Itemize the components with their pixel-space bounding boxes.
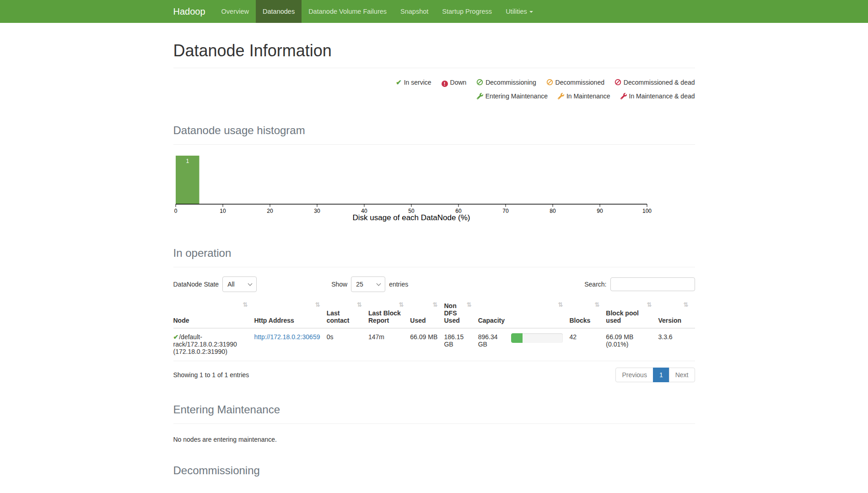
table-footer: Showing 1 to 1 of 1 entries Previous 1 N… [173,368,695,382]
nav-overview[interactable]: Overview [215,0,256,23]
sort-icon[interactable]: ⇅ [357,301,362,308]
table-row: ✔/default-rack/172.18.0.2:31990 (172.18.… [173,328,695,361]
top-navbar: Hadoop Overview Datanodes Datanode Volum… [0,0,868,23]
col-header-block-pool-used[interactable]: ⇅Block pool used [606,299,658,328]
wrench-icon [558,93,564,99]
datanodes-table: ⇅Node ⇅Http Address ⇅Last contact ⇅Last … [173,299,695,361]
x-axis-caption: Disk usage of each DataNode (%) [352,213,470,222]
nav-startup-progress[interactable]: Startup Progress [435,0,499,23]
col-header-version[interactable]: ⇅Version [658,299,695,328]
usage-histogram-svg: 1 0 10 20 30 40 50 60 70 80 90 100 Disk … [173,155,658,224]
cell-capacity: 896.34 GB [478,328,570,361]
divider [173,144,695,145]
check-icon: ✔ [396,78,402,86]
x-axis-ticks [176,204,647,207]
svg-text:100: 100 [642,208,651,214]
search-label: Search: [584,281,606,288]
in-operation-section-title: In operation [173,247,695,260]
svg-text:90: 90 [597,208,603,214]
status-legend: ✔In service Down Decommissioning Decommi… [173,76,695,103]
decommissioning-section-title: Decommissioning [173,464,695,477]
sort-icon[interactable]: ⇅ [647,301,652,308]
col-header-used[interactable]: ⇅Used [410,299,444,328]
entries-label: entries [389,281,408,288]
divider [173,423,695,424]
col-header-blocks[interactable]: ⇅Blocks [569,299,606,328]
no-sign-icon [476,79,483,86]
sort-icon[interactable]: ⇅ [243,301,248,308]
http-address-link[interactable]: http://172.18.0.2:30659 [254,333,320,341]
entering-maintenance-empty-note: No nodes are entering maintenance. [173,436,695,443]
col-header-node[interactable]: ⇅Node [173,299,254,328]
chevron-down-icon [377,281,381,286]
sort-icon[interactable]: ⇅ [594,301,599,308]
legend-row-1: ✔In service Down Decommissioning Decommi… [173,76,695,89]
histogram-section-title: Datanode usage histogram [173,124,695,137]
chevron-down-icon [529,11,533,13]
capacity-progress-bar [511,333,563,343]
cell-used: 66.09 MB [410,328,444,361]
table-header-row: ⇅Node ⇅Http Address ⇅Last contact ⇅Last … [173,299,695,328]
sort-icon[interactable]: ⇅ [684,301,689,308]
entries-summary: Showing 1 to 1 of 1 entries [173,371,249,379]
wrench-icon [620,93,627,99]
cell-last-block-report: 147m [368,328,410,361]
svg-text:70: 70 [502,208,509,214]
histogram-bar-value: 1 [186,158,189,164]
legend-decommissioning: Decommissioning [476,76,536,89]
legend-in-maintenance-dead: In Maintenance & dead [620,89,695,103]
nav-snapshot[interactable]: Snapshot [394,0,435,23]
legend-row-2: Entering Maintenance In Maintenance In M… [173,89,695,103]
entering-maintenance-section-title: Entering Maintenance [173,403,695,416]
datanode-state-label: DataNode State [173,281,219,288]
capacity-progress-fill [511,333,523,343]
divider [173,68,695,68]
legend-in-service: ✔In service [396,76,431,89]
next-page-button[interactable]: Next [669,368,695,382]
nav-utilities-dropdown[interactable]: Utilities [499,0,540,23]
cell-version: 3.3.6 [658,328,695,361]
sort-icon[interactable]: ⇅ [315,301,320,308]
check-icon: ✔ [173,333,179,341]
col-header-http-address[interactable]: ⇅Http Address [254,299,326,328]
chevron-down-icon [248,281,253,286]
svg-text:30: 30 [314,208,320,214]
nav-utilities-label: Utilities [506,8,527,15]
page-length-select[interactable]: 25 [351,276,385,292]
legend-in-maintenance: In Maintenance [558,89,610,103]
datanode-state-select[interactable]: All [222,276,257,292]
wrench-icon [477,93,483,99]
cell-non-dfs-used: 186.15 GB [444,328,478,361]
legend-down: Down [442,76,467,89]
nav-datanodes[interactable]: Datanodes [256,0,302,23]
sort-icon[interactable]: ⇅ [467,301,472,308]
previous-page-button[interactable]: Previous [615,368,653,382]
col-header-last-block-report[interactable]: ⇅Last Block Report [368,299,410,328]
svg-text:20: 20 [267,208,273,214]
legend-decommissioned: Decommissioned [546,76,604,89]
svg-text:10: 10 [220,208,226,214]
cell-http-address: http://172.18.0.2:30659 [254,328,326,361]
sort-icon[interactable]: ⇅ [558,301,563,308]
pagination: Previous 1 Next [615,368,695,382]
show-label: Show [331,281,347,288]
col-header-last-contact[interactable]: ⇅Last contact [327,299,368,328]
table-controls: DataNode State All Show 25 entries Searc… [173,276,695,292]
svg-text:0: 0 [174,208,177,214]
divider [173,267,695,267]
legend-decommissioned-dead: Decommissioned & dead [615,76,695,89]
col-header-capacity[interactable]: ⇅Capacity [478,299,570,328]
brand-hadoop[interactable]: Hadoop [173,0,215,23]
legend-entering-maintenance: Entering Maintenance [477,89,548,103]
exclamation-circle-icon [442,81,448,87]
cell-last-contact: 0s [327,328,368,361]
sort-icon[interactable]: ⇅ [399,301,404,308]
col-header-non-dfs-used[interactable]: ⇅Non DFS Used [444,299,478,328]
page-1-button[interactable]: 1 [653,368,669,382]
nav-datanode-volume-failures[interactable]: Datanode Volume Failures [302,0,394,23]
no-sign-icon [615,79,621,86]
usage-histogram: 1 0 10 20 30 40 50 60 70 80 90 100 Disk … [173,155,695,226]
sort-icon[interactable]: ⇅ [433,301,438,308]
search-input[interactable] [610,277,695,291]
svg-text:80: 80 [550,208,556,214]
